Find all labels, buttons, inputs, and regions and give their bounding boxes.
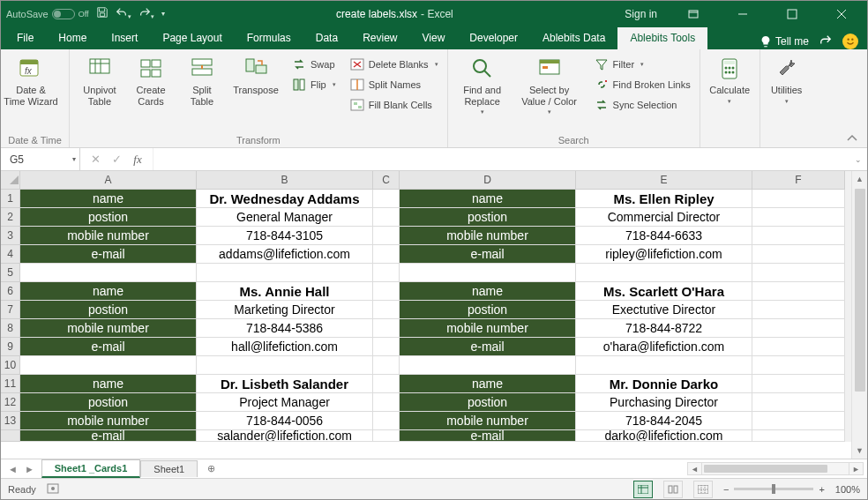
- scroll-up-icon[interactable]: ▲: [852, 171, 867, 187]
- cell[interactable]: [373, 208, 400, 227]
- cell[interactable]: [752, 301, 845, 319]
- zoom-in-icon[interactable]: +: [819, 484, 824, 495]
- column-header[interactable]: E: [576, 171, 752, 190]
- sign-in-link[interactable]: Sign in: [625, 8, 657, 20]
- cell-grid[interactable]: ABCDEF1nameDr. Wednesday AddamsnameMs. E…: [1, 171, 867, 449]
- cell[interactable]: [20, 264, 197, 282]
- cell-label[interactable]: postion: [20, 301, 197, 319]
- scroll-thumb[interactable]: [855, 189, 865, 392]
- row-header[interactable]: 5: [1, 264, 20, 282]
- cell[interactable]: [373, 190, 400, 208]
- cell[interactable]: [373, 412, 400, 430]
- cell-label[interactable]: e-mail: [20, 338, 197, 356]
- sheet-nav-next-icon[interactable]: ►: [25, 464, 34, 474]
- cell[interactable]: [373, 282, 400, 301]
- cell-value[interactable]: 718-844-5386: [197, 319, 373, 338]
- swap-button[interactable]: Swap: [288, 55, 340, 74]
- cell-value[interactable]: 718-844-3105: [197, 227, 373, 245]
- row-header[interactable]: 11: [1, 375, 20, 393]
- cell[interactable]: [752, 412, 845, 430]
- row-header[interactable]: 12: [1, 393, 20, 412]
- tab-formulas[interactable]: Formulas: [235, 27, 303, 49]
- cell[interactable]: [197, 356, 373, 375]
- cell-value[interactable]: 718-844-2045: [576, 412, 752, 430]
- minimize-icon[interactable]: [722, 1, 763, 26]
- cell[interactable]: [373, 375, 400, 393]
- tab-ablebits-tools[interactable]: Ablebits Tools: [617, 27, 707, 49]
- cell-value[interactable]: Dr. Lisbeth Salander: [197, 375, 373, 393]
- transpose-button[interactable]: Transpose: [228, 55, 283, 96]
- cell-value[interactable]: Ms. Annie Hall: [197, 282, 373, 301]
- tab-review[interactable]: Review: [350, 27, 409, 49]
- tab-data[interactable]: Data: [303, 27, 350, 49]
- cell-label[interactable]: mobile number: [20, 412, 197, 430]
- save-icon[interactable]: [96, 6, 108, 21]
- zoom-out-icon[interactable]: −: [723, 484, 729, 495]
- cell[interactable]: [373, 245, 400, 264]
- page-break-view-icon[interactable]: [693, 481, 713, 498]
- cell-value[interactable]: ripley@lifefiction.com: [576, 245, 752, 264]
- cell-label[interactable]: postion: [20, 208, 197, 227]
- cell[interactable]: [20, 356, 197, 375]
- cell-label[interactable]: postion: [400, 301, 576, 319]
- cell-value[interactable]: 718-844-8722: [576, 319, 752, 338]
- cell-value[interactable]: hall@lifefiction.com: [197, 338, 373, 356]
- vertical-scrollbar[interactable]: ▲ ▼: [851, 171, 867, 459]
- cell-label[interactable]: name: [400, 190, 576, 208]
- cell[interactable]: salander@lifefiction.com: [197, 430, 373, 442]
- cell[interactable]: [197, 264, 373, 282]
- row-header[interactable]: 10: [1, 356, 20, 375]
- cell[interactable]: [752, 190, 845, 208]
- cell[interactable]: [373, 301, 400, 319]
- cell-value[interactable]: Project Manager: [197, 393, 373, 412]
- cell-label[interactable]: mobile number: [20, 227, 197, 245]
- cell-label[interactable]: e-mail: [20, 245, 197, 264]
- record-macro-icon[interactable]: [47, 482, 59, 496]
- cell[interactable]: [400, 356, 576, 375]
- cell-value[interactable]: 718-844-6633: [576, 227, 752, 245]
- cell[interactable]: [752, 264, 845, 282]
- cell-label[interactable]: name: [20, 282, 197, 301]
- row-header[interactable]: 9: [1, 338, 20, 356]
- cell[interactable]: darko@lifefiction.com: [576, 430, 752, 442]
- cell-label[interactable]: e-mail: [400, 338, 576, 356]
- sheet-tab-sheet1[interactable]: Sheet1: [140, 460, 198, 477]
- cell[interactable]: [373, 430, 400, 442]
- name-box[interactable]: G5 ▾: [1, 148, 80, 170]
- tab-file[interactable]: File: [4, 27, 46, 49]
- row-header[interactable]: 8: [1, 319, 20, 338]
- cell-value[interactable]: Ms. Ellen Ripley: [576, 190, 752, 208]
- tab-view[interactable]: View: [410, 27, 458, 49]
- flip-button[interactable]: Flip▾: [288, 75, 340, 94]
- select-by-value-button[interactable]: Select by Value / Color▾: [513, 55, 586, 116]
- cell-label[interactable]: name: [20, 375, 197, 393]
- cell[interactable]: [752, 282, 845, 301]
- new-sheet-icon[interactable]: ⊕: [201, 459, 221, 479]
- undo-icon[interactable]: ▾: [116, 6, 131, 21]
- cell[interactable]: e-mail: [400, 430, 576, 442]
- find-broken-links-button[interactable]: Find Broken Links: [591, 75, 694, 94]
- feedback-icon[interactable]: [842, 34, 858, 49]
- cell-value[interactable]: o'hara@lifefiction.com: [576, 338, 752, 356]
- row-header[interactable]: 2: [1, 208, 20, 227]
- calculate-button[interactable]: Calculate▾: [706, 55, 754, 105]
- sheet-nav-prev-icon[interactable]: ◄: [8, 464, 18, 474]
- normal-view-icon[interactable]: [633, 481, 653, 498]
- horizontal-scrollbar[interactable]: ◄ ►: [687, 462, 864, 475]
- cell[interactable]: [373, 356, 400, 375]
- column-header[interactable]: C: [373, 171, 400, 190]
- hscroll-thumb[interactable]: [704, 465, 827, 473]
- row-header[interactable]: 1: [1, 190, 20, 208]
- collapse-ribbon-icon[interactable]: [846, 133, 862, 146]
- zoom-level[interactable]: 100%: [835, 484, 860, 495]
- cell[interactable]: [752, 393, 845, 412]
- cell[interactable]: [576, 264, 752, 282]
- cell[interactable]: [373, 264, 400, 282]
- sync-selection-button[interactable]: Sync Selection: [591, 95, 694, 115]
- tell-me[interactable]: Tell me: [760, 35, 809, 48]
- maximize-icon[interactable]: [772, 1, 812, 26]
- cell[interactable]: [400, 264, 576, 282]
- utilities-button[interactable]: Utilities▾: [766, 55, 808, 105]
- tab-home[interactable]: Home: [46, 27, 99, 49]
- cell-value[interactable]: Ms. Scarlett O'Hara: [576, 282, 752, 301]
